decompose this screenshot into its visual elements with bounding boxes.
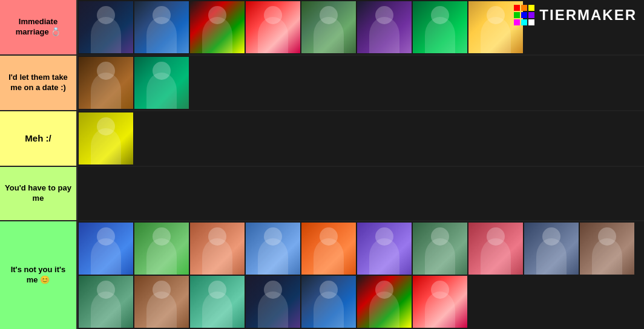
list-item (301, 276, 356, 328)
logo-cell (521, 19, 527, 25)
tier-row-s: Immediate marriage 💍 (0, 0, 644, 56)
list-item (413, 276, 467, 328)
tier-row-d: It's not you it's me 😊 (0, 221, 644, 329)
tiermaker-logo: TierMaker (514, 5, 637, 25)
list-item (468, 223, 523, 275)
list-item (190, 276, 245, 328)
list-item (79, 1, 133, 53)
logo-cell (528, 5, 534, 11)
list-item (413, 223, 467, 275)
list-item (79, 112, 133, 164)
logo-cell (514, 19, 520, 25)
logo-cell (528, 12, 534, 18)
list-item (524, 223, 579, 275)
list-item (357, 276, 412, 328)
list-item (134, 276, 189, 328)
tier-content-d (77, 221, 644, 329)
logo-cell (521, 12, 527, 18)
tier-label-b: Meh :/ (0, 111, 77, 166)
logo-grid (514, 5, 534, 25)
logo-cell (514, 5, 520, 11)
logo-cell (514, 12, 520, 18)
list-item (79, 57, 133, 109)
list-item (301, 1, 356, 53)
tier-label-d: It's not you it's me 😊 (0, 221, 77, 329)
list-item (357, 1, 412, 53)
tier-content-c (77, 167, 644, 220)
tier-label-a: I'd let them take me on a date :) (0, 56, 77, 110)
tier-label-s: Immediate marriage 💍 (0, 0, 77, 54)
list-item (246, 1, 300, 53)
list-item (134, 57, 189, 109)
list-item (246, 223, 300, 275)
list-item (190, 223, 245, 275)
list-item (134, 1, 189, 53)
tier-row-b: Meh :/ (0, 111, 644, 167)
tier-content-b (77, 111, 644, 166)
tiermaker-text: TierMaker (539, 7, 637, 24)
list-item (357, 223, 412, 275)
list-item (580, 223, 634, 275)
tier-content-a (77, 56, 644, 110)
list-item (190, 1, 245, 53)
logo-cell (528, 19, 534, 25)
tier-row-c: You'd have to pay me (0, 167, 644, 221)
list-item (134, 223, 189, 275)
list-item (79, 223, 133, 275)
tier-label-c: You'd have to pay me (0, 167, 77, 220)
tier-list: Immediate marriage 💍 (0, 0, 644, 329)
list-item (246, 276, 300, 328)
list-item (79, 276, 133, 328)
tier-row-a: I'd let them take me on a date :) (0, 56, 644, 111)
logo-cell (521, 5, 527, 11)
list-item (301, 223, 356, 275)
list-item (413, 1, 467, 53)
